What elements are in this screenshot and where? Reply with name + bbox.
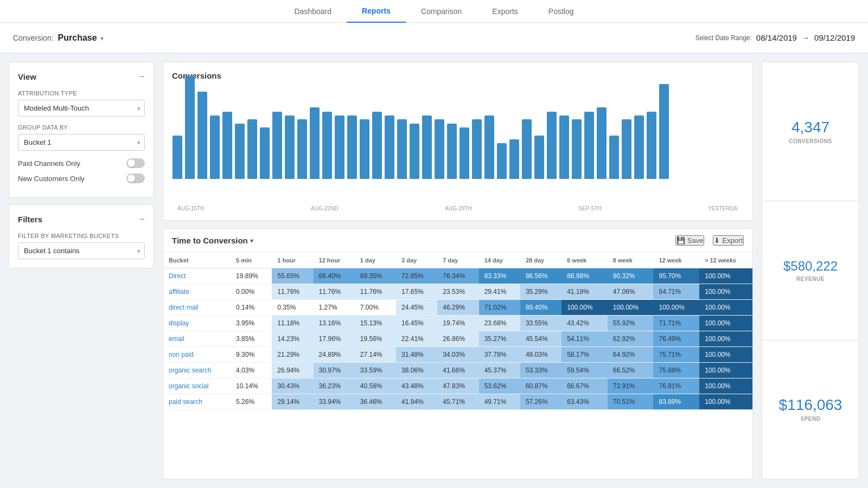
nav-exports[interactable]: Exports	[477, 0, 533, 23]
cell-0-1: 55.65%	[272, 268, 313, 284]
cell-5-11: 100.00%	[699, 347, 752, 363]
bar-3	[210, 115, 220, 179]
cell-7-7: 60.87%	[520, 378, 561, 394]
filter-bucket-wrapper: Bucket 1 contains ▾	[18, 242, 145, 259]
bar-13	[335, 115, 344, 179]
date-end[interactable]: 09/12/2019	[814, 33, 855, 42]
filter-bucket-select[interactable]: Bucket 1 contains	[18, 242, 145, 259]
cell-2-5: 46.29%	[437, 300, 478, 316]
cell-1-5: 23.53%	[437, 284, 478, 300]
filters-panel-header: Filters −	[18, 214, 145, 225]
bar-26	[497, 143, 507, 179]
attribution-type-select[interactable]: Modeled Multi-Touch	[18, 100, 145, 117]
export-icon: ⬇	[714, 236, 720, 245]
bucket-cell-5[interactable]: non paid	[163, 347, 231, 363]
cell-6-11: 100.00%	[699, 363, 752, 378]
bucket-cell-2[interactable]: direct mail	[163, 300, 231, 316]
revenue-label: REVENUE	[796, 276, 825, 282]
cell-3-8: 43.42%	[561, 316, 608, 331]
date-range: Select Date Range: 08/14/2019 → 09/12/20…	[695, 33, 855, 43]
cell-5-0: 9.30%	[231, 347, 272, 363]
cell-0-9: 90.32%	[608, 268, 654, 284]
nav-comparison[interactable]: Comparison	[406, 0, 477, 23]
cell-6-6: 45.37%	[479, 363, 520, 378]
filters-panel-title: Filters	[18, 215, 42, 224]
filters-panel: Filters − Filter by Marketing Buckets Bu…	[9, 204, 154, 268]
cell-3-3: 15.13%	[355, 316, 396, 331]
new-customers-knob	[127, 175, 135, 182]
col-header-7: 14 day	[479, 253, 520, 268]
cell-4-6: 35.27%	[479, 331, 520, 347]
col-header-11: 12 week	[653, 253, 699, 268]
cell-5-6: 37.78%	[479, 347, 520, 363]
cell-3-7: 33.55%	[520, 316, 561, 331]
bar-15	[360, 119, 369, 179]
save-button[interactable]: 💾 Save	[675, 235, 705, 246]
cell-2-10: 100.00%	[653, 300, 699, 316]
conversion-name[interactable]: Purchase	[58, 33, 97, 42]
chart-title: Conversions	[172, 71, 744, 80]
cell-5-3: 27.14%	[355, 347, 396, 363]
table-row: organic social10.14%30.43%36.23%40.58%43…	[163, 378, 752, 394]
new-customers-label: New Customers Only	[18, 175, 85, 183]
bar-22	[447, 124, 457, 179]
new-customers-toggle[interactable]	[126, 174, 145, 183]
cell-6-4: 38.06%	[396, 363, 437, 378]
cell-1-3: 11.76%	[355, 284, 396, 300]
cell-4-5: 26.86%	[437, 331, 478, 347]
conversion-dropdown-arrow[interactable]: ▾	[100, 35, 104, 42]
cell-2-9: 100.00%	[608, 300, 654, 316]
bucket-cell-7[interactable]: organic social	[163, 378, 231, 394]
cell-1-11: 100.00%	[699, 284, 752, 300]
bucket-cell-3[interactable]: display	[163, 316, 231, 331]
table-row: organic search4.03%26.94%30.97%33.59%38.…	[163, 363, 752, 378]
spend-value: $116,063	[779, 397, 843, 414]
cell-2-4: 24.45%	[396, 300, 437, 316]
cell-3-1: 11.18%	[272, 316, 313, 331]
bar-36	[622, 119, 631, 179]
cell-0-2: 66.40%	[314, 268, 355, 284]
cell-8-8: 63.43%	[561, 394, 608, 410]
bar-0	[173, 136, 182, 179]
bucket-cell-8[interactable]: paid search	[163, 394, 231, 410]
group-data-group: Group Data By Bucket 1 ▾	[18, 124, 145, 151]
bar-27	[509, 139, 519, 179]
table-title-area: Time to Conversion ▾	[172, 236, 253, 245]
export-button[interactable]: ⬇ Export	[713, 235, 744, 246]
bar-11	[310, 107, 320, 179]
bar-19	[410, 124, 419, 179]
bar-16	[372, 112, 382, 179]
nav-postlog[interactable]: Postlog	[533, 0, 589, 23]
filters-panel-collapse[interactable]: −	[139, 214, 145, 225]
table-title-dropdown[interactable]: ▾	[250, 237, 253, 245]
content-area: Conversions AUG-15TH AUG-22ND AUG-29TH S…	[163, 62, 753, 479]
bucket-cell-6[interactable]: organic search	[163, 363, 231, 378]
cell-4-7: 45.54%	[520, 331, 561, 347]
x-label-4: YESTERDA'	[708, 206, 738, 211]
bucket-cell-0[interactable]: Direct	[163, 268, 231, 284]
table-title: Time to Conversion	[172, 236, 248, 245]
nav-reports[interactable]: Reports	[347, 0, 406, 23]
cell-6-3: 33.59%	[355, 363, 396, 378]
cell-8-10: 83.89%	[653, 394, 699, 410]
cell-6-1: 26.94%	[272, 363, 313, 378]
bar-9	[285, 115, 295, 179]
view-panel-collapse[interactable]: −	[139, 71, 145, 82]
bucket-cell-1[interactable]: affiliate	[163, 284, 231, 300]
date-start[interactable]: 08/14/2019	[756, 33, 797, 42]
cell-3-0: 3.95%	[231, 316, 272, 331]
nav-dashboard[interactable]: Dashboard	[279, 0, 347, 23]
cell-2-3: 7.00%	[355, 300, 396, 316]
bucket-cell-4[interactable]: email	[163, 331, 231, 347]
table-scroll[interactable]: Bucket5 min1 hour12 hour1 day3 day7 day1…	[163, 253, 752, 479]
bar-17	[385, 115, 394, 179]
cell-6-0: 4.03%	[231, 363, 272, 378]
group-data-select[interactable]: Bucket 1	[18, 134, 145, 151]
table-row: non paid9.30%21.29%24.89%27.14%31.48%34.…	[163, 347, 752, 363]
col-header-3: 12 hour	[314, 253, 355, 268]
x-label-3: SEP-5TH	[578, 206, 601, 211]
table-row: paid search5.26%29.14%33.94%36.46%41.94%…	[163, 394, 752, 410]
cell-2-7: 89.40%	[520, 300, 561, 316]
view-panel: View − Attribution Type Modeled Multi-To…	[9, 62, 154, 198]
paid-channels-toggle[interactable]	[126, 158, 145, 168]
